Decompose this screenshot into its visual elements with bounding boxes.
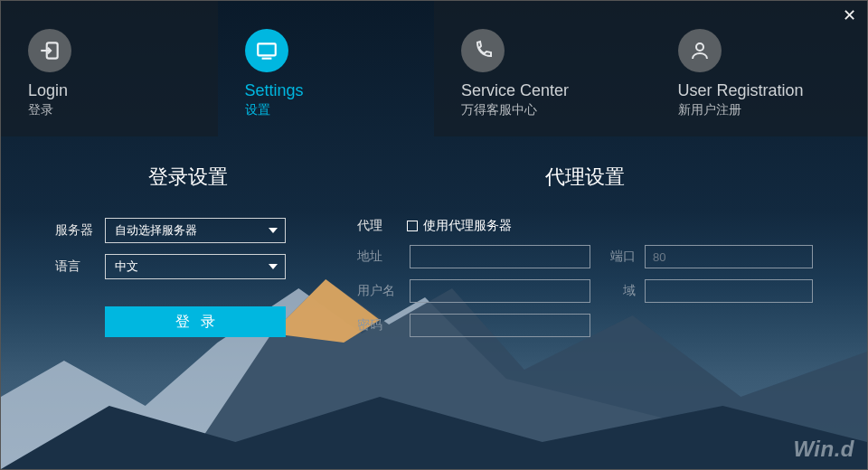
- proxy-label: 代理: [357, 218, 407, 234]
- chevron-down-icon: [269, 228, 278, 233]
- server-label: 服务器: [55, 222, 105, 239]
- login-settings-section: 登录设置 服务器 自动选择服务器 语言 中文 登录: [37, 155, 339, 348]
- server-select[interactable]: 自动选择服务器: [105, 218, 286, 243]
- tab-login[interactable]: Login 登录: [1, 1, 218, 136]
- password-input[interactable]: [410, 314, 590, 337]
- top-tabs: Login 登录 Settings 设置 Service Center 万得客服…: [1, 1, 867, 136]
- checkbox-icon: [407, 221, 418, 231]
- username-input[interactable]: [410, 279, 590, 303]
- tab-settings[interactable]: Settings 设置: [218, 1, 435, 136]
- tab-title: Login: [28, 81, 218, 100]
- port-input[interactable]: [645, 245, 813, 268]
- password-label: 密码: [357, 317, 401, 334]
- proxy-settings-section: 代理设置 代理 使用代理服务器 地址 端口 用户名 域: [339, 155, 831, 348]
- domain-input[interactable]: [645, 279, 813, 303]
- use-proxy-checkbox[interactable]: 使用代理服务器: [407, 218, 512, 234]
- language-select[interactable]: 中文: [105, 254, 286, 279]
- tab-subtitle: 新用户注册: [678, 102, 868, 118]
- language-label: 语言: [55, 258, 105, 275]
- person-icon: [678, 29, 722, 72]
- language-value: 中文: [115, 258, 138, 275]
- chevron-down-icon: [269, 264, 278, 269]
- tab-title: User Registration: [678, 81, 868, 100]
- svg-point-3: [696, 43, 703, 51]
- tab-register[interactable]: User Registration 新用户注册: [651, 1, 868, 136]
- svg-rect-1: [258, 43, 276, 55]
- close-icon[interactable]: ✕: [840, 6, 858, 24]
- section-title: 登录设置: [55, 164, 321, 191]
- domain-label: 域: [599, 283, 636, 299]
- tab-title: Settings: [245, 81, 435, 100]
- brand-logo: Win.d: [793, 437, 854, 462]
- tab-service[interactable]: Service Center 万得客服中心: [434, 1, 651, 136]
- login-icon: [28, 29, 71, 72]
- address-label: 地址: [357, 249, 401, 265]
- username-label: 用户名: [357, 283, 401, 299]
- login-button-label: 登录: [165, 313, 226, 332]
- use-proxy-label: 使用代理服务器: [423, 218, 512, 234]
- tab-title: Service Center: [461, 81, 651, 100]
- tab-subtitle: 万得客服中心: [461, 102, 651, 118]
- svg-marker-7: [1, 397, 867, 469]
- section-title: 代理设置: [357, 164, 813, 191]
- server-value: 自动选择服务器: [115, 222, 197, 239]
- phone-icon: [461, 29, 505, 72]
- port-label: 端口: [599, 249, 636, 265]
- tab-subtitle: 登录: [28, 102, 218, 118]
- address-input[interactable]: [410, 245, 590, 268]
- tab-subtitle: 设置: [245, 102, 435, 118]
- monitor-icon: [245, 29, 288, 72]
- login-button[interactable]: 登录: [105, 306, 286, 337]
